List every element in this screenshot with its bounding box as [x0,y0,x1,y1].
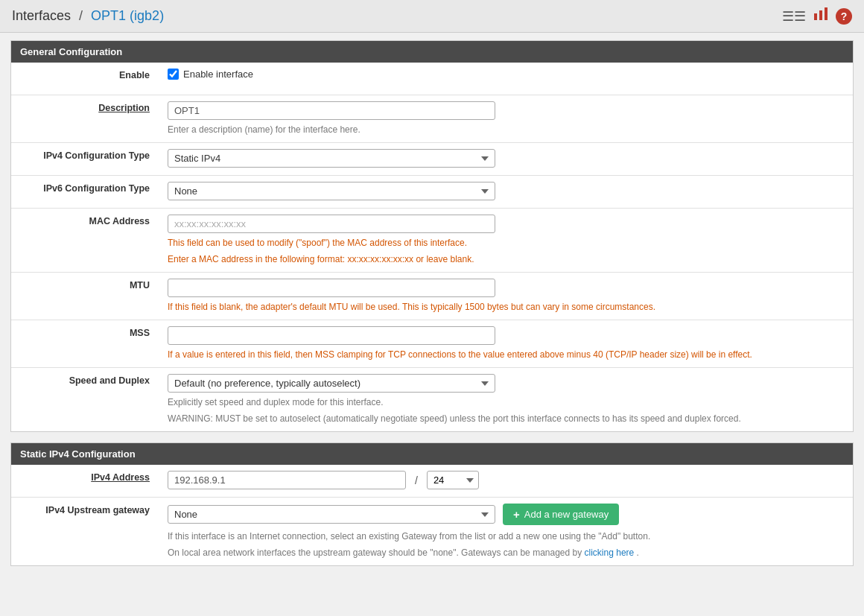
bar-chart-icon[interactable] [813,7,828,25]
ipv4-upstream-value: None + Add a new gateway If this interfa… [160,498,853,565]
svg-rect-0 [814,13,817,20]
breadcrumb-base: Interfaces [12,8,71,23]
gateway-help2-suffix: . [637,547,639,558]
gateway-help1: If this interface is an Internet connect… [168,530,845,543]
mss-help: If a value is entered in this field, the… [168,348,845,361]
speed-duplex-select[interactable]: Default (no preference, typically autose… [168,374,495,393]
mtu-label: MTU [11,273,160,298]
mac-help1: This field can be used to modify ("spoof… [168,236,845,250]
mtu-value: If this field is blank, the adapter's de… [160,273,853,320]
cidr-select[interactable]: 24 8 16 32 23 22 [427,471,479,489]
breadcrumb: Interfaces / OPT1 (igb2) [12,8,164,24]
mtu-help: If this field is blank, the adapter's de… [168,300,845,314]
enable-label: Enable [11,63,160,88]
ipv4-address-label: IPv4 Address [11,465,160,490]
mtu-row: MTU If this field is blank, the adapter'… [11,273,853,320]
speed-duplex-help1: Explicitly set speed and duplex mode for… [168,396,845,409]
mac-address-value: This field can be used to modify ("spoof… [160,209,853,272]
ipv4-address-input[interactable] [168,471,406,489]
mac-help2: Enter a MAC address in the following for… [168,253,845,266]
sliders-icon[interactable]: ☰☰ [782,8,806,25]
plus-icon: + [513,508,520,521]
description-help: Enter a description (name) for the inter… [168,123,845,136]
content: General Configuration Enable Enable inte… [0,33,864,584]
question-icon[interactable]: ? [836,8,852,25]
ipv4-upstream-select[interactable]: None [168,505,495,524]
description-value: Enter a description (name) for the inter… [160,95,853,142]
gateway-help2: On local area network interfaces the ups… [168,546,845,559]
ipv6-config-value: None Static IPv6 DHCPv6 SLAAC 6rd [160,176,853,206]
mss-input[interactable] [168,326,495,345]
ipv4-config-row: IPv4 Configuration Type Static IPv4 None… [11,143,853,176]
ipv6-config-row: IPv6 Configuration Type None Static IPv6… [11,176,853,209]
enable-checkbox-row: Enable interface [168,69,845,80]
enable-interface-label[interactable]: Enable interface [183,69,253,80]
ipv4-upstream-row: IPv4 Upstream gateway None + Add a new g… [11,498,853,565]
ipv4-config-value: Static IPv4 None DHCP PPPoE PPP [160,143,853,174]
page-header: Interfaces / OPT1 (igb2) ☰☰ ? [0,0,864,33]
speed-duplex-help2: WARNING: MUST be set to autoselect (auto… [168,412,845,425]
gateway-help2-prefix: On local area network interfaces the ups… [168,547,582,558]
mac-address-input[interactable] [168,215,495,233]
enable-value: Enable interface [160,63,853,86]
description-label: Description [11,95,160,121]
description-row: Description Enter a description (name) f… [11,95,853,143]
static-ipv4-section: Static IPv4 Configuration IPv4 Address /… [10,442,854,566]
mss-label: MSS [11,320,160,346]
breadcrumb-separator: / [79,8,83,23]
clicking-here-link[interactable]: clicking here [585,547,635,558]
mtu-input[interactable] [168,279,495,297]
ipv4-config-select[interactable]: Static IPv4 None DHCP PPPoE PPP [168,149,495,168]
ipv6-config-select[interactable]: None Static IPv6 DHCPv6 SLAAC 6rd [168,182,495,200]
mss-row: MSS If a value is entered in this field,… [11,320,853,368]
breadcrumb-current: OPT1 (igb2) [91,8,164,23]
ipv4-config-label: IPv4 Configuration Type [11,143,160,168]
ipv4-upstream-label: IPv4 Upstream gateway [11,498,160,523]
enable-interface-checkbox[interactable] [168,69,179,80]
svg-rect-2 [825,7,828,20]
mac-address-row: MAC Address This field can be used to mo… [11,209,853,273]
ipv6-config-label: IPv6 Configuration Type [11,176,160,201]
general-section-header: General Configuration [11,41,853,63]
gateway-row: None + Add a new gateway [168,504,845,525]
add-gateway-label: Add a new gateway [524,509,609,520]
mac-address-label: MAC Address [11,209,160,234]
description-input[interactable] [168,101,495,120]
ipv4-address-row: IPv4 Address / 24 8 16 32 23 22 [11,465,853,498]
speed-duplex-value: Default (no preference, typically autose… [160,368,853,431]
mss-value: If a value is entered in this field, the… [160,320,853,367]
speed-duplex-label: Speed and Duplex [11,368,160,393]
enable-row: Enable Enable interface [11,63,853,95]
speed-duplex-row: Speed and Duplex Default (no preference,… [11,368,853,431]
ipv4-address-value: / 24 8 16 32 23 22 [160,465,853,495]
header-icons: ☰☰ ? [782,7,852,25]
add-gateway-button[interactable]: + Add a new gateway [503,504,619,525]
svg-rect-1 [819,10,822,20]
slash-separator: / [412,474,421,486]
general-configuration-section: General Configuration Enable Enable inte… [10,40,854,432]
ipv4-address-row-inner: / 24 8 16 32 23 22 [168,471,845,489]
page-wrapper: Interfaces / OPT1 (igb2) ☰☰ ? General Co… [0,0,864,616]
static-ipv4-section-header: Static IPv4 Configuration [11,443,853,465]
